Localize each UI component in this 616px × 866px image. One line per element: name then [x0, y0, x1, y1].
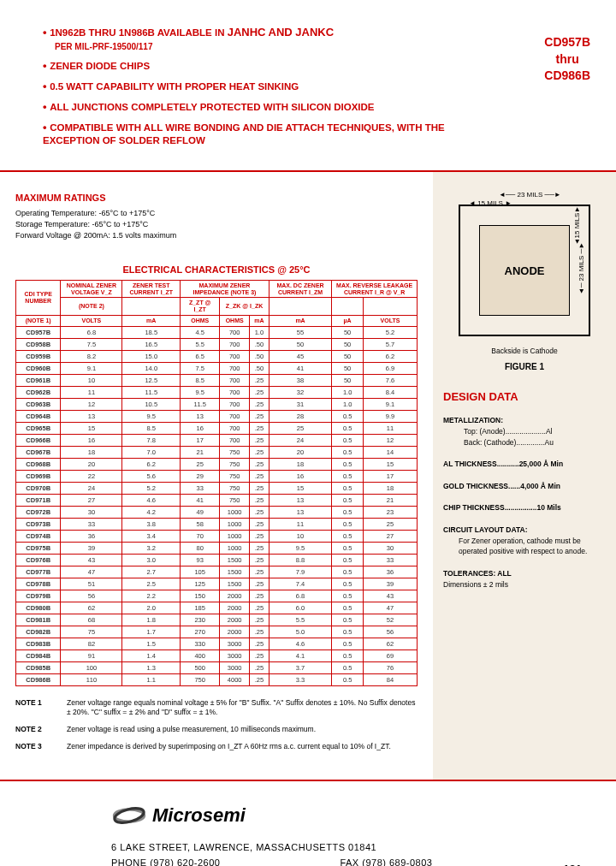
feature-2: ZENER DIODE CHIPS — [43, 59, 501, 74]
table-row: CD986B1101.17504000.253.30.584 — [16, 673, 418, 685]
product-title: CD957B thru CD986B — [518, 0, 616, 170]
electrical-header: ELECTRICAL CHARACTERISTICS @ 25°C — [15, 264, 418, 275]
table-row: CD971B274.641750.25130.521 — [16, 494, 418, 506]
table-row: CD975B393.2801000.259.50.530 — [16, 542, 418, 554]
table-row: CD980B622.01852000.256.00.547 — [16, 602, 418, 614]
mid-section: MAXIMUM RATINGS Operating Temperature: -… — [0, 172, 616, 781]
table-row: CD982B751.72702000.255.00.556 — [16, 626, 418, 638]
table-row: CD985B1001.35003000.253.70.576 — [16, 661, 418, 673]
table-row: CD959B8.215.06.5700.5045506.2 — [16, 350, 418, 362]
table-row: CD957B6.818.54.57001.055505.2 — [16, 326, 418, 338]
table-row: CD973B333.8581000.25110.525 — [16, 518, 418, 530]
right-sidebar: ◄── 23 MILS ──► ◄ 15 MILS ► ◄─ 23 MILS ─… — [433, 172, 616, 780]
footer: Microsemi 6 LAKE STREET, LAWRENCE, MASSA… — [0, 781, 616, 866]
feature-3: 0.5 WATT CAPABILITY WITH PROPER HEAT SIN… — [43, 80, 501, 94]
feature-1: 1N962B THRU 1N986B AVAILABLE IN JANHC AN… — [43, 26, 501, 53]
microsemi-icon — [111, 802, 147, 829]
table-row: CD964B139.513700.25280.59.9 — [16, 410, 418, 422]
table-row: CD960B9.114.07.5700.5041506.9 — [16, 362, 418, 374]
table-row: CD984B911.44003000.254.10.569 — [16, 650, 418, 661]
logo: Microsemi — [111, 800, 582, 830]
table-row: CD974B363.4701000.25100.527 — [16, 530, 418, 542]
title-to: CD986B — [544, 68, 590, 85]
table-row: CD977B472.71051500.257.90.536 — [16, 566, 418, 578]
svg-point-0 — [114, 810, 144, 822]
characteristics-table: CDI TYPE NUMBER NOMINAL ZENER VOLTAGE V_… — [15, 280, 418, 685]
table-row: CD970B245.233750.25150.518 — [16, 482, 418, 494]
table-row: CD966B167.817700.25240.512 — [16, 434, 418, 446]
table-row: CD979B562.21502000.256.80.543 — [16, 590, 418, 602]
design-header: DESIGN DATA — [443, 390, 606, 403]
left-column: MAXIMUM RATINGS Operating Temperature: -… — [0, 172, 433, 780]
max-ratings-header: MAXIMUM RATINGS — [15, 193, 418, 203]
feature-5: COMPATIBLE WITH ALL WIRE BONDING AND DIE… — [43, 121, 501, 148]
table-row: CD981B681.82302000.255.50.552 — [16, 614, 418, 626]
table-row: CD965B158.516700.25250.511 — [16, 422, 418, 434]
top-section: 1N962B THRU 1N986B AVAILABLE IN JANHC AN… — [0, 0, 616, 172]
table-row: CD961B1012.58.5700.2538507.6 — [16, 374, 418, 386]
table-row: CD962B1111.59.5700.25321.08.4 — [16, 386, 418, 398]
table-row: CD978B512.51251500.257.40.539 — [16, 578, 418, 590]
ratings-text: Operating Temperature: -65°C to +175°C S… — [15, 208, 418, 240]
svg-point-1 — [113, 805, 145, 825]
figure-label: FIGURE 1 — [443, 362, 606, 371]
table-row: CD972B304.2491000.25130.523 — [16, 506, 418, 518]
page-number: 181 — [563, 861, 582, 866]
table-row: CD968B206.225750.25180.515 — [16, 458, 418, 470]
table-row: CD983B821.53303000.254.60.562 — [16, 638, 418, 650]
anode-label: ANODE — [505, 264, 545, 277]
table-row: CD963B1210.511.5700.25311.09.1 — [16, 398, 418, 410]
table-row: CD969B225.629750.25160.517 — [16, 470, 418, 482]
address: 6 LAKE STREET, LAWRENCE, MASSACHUSETTS 0… — [111, 840, 582, 856]
chip-diagram: ◄── 23 MILS ──► ◄ 15 MILS ► ◄─ 23 MILS ─… — [459, 205, 590, 336]
title-from: CD957B — [544, 34, 590, 51]
backside-note: Backside is Cathode — [443, 347, 606, 355]
feature-4: ALL JUNCTIONS COMPLETELY PROTECTED WITH … — [43, 100, 501, 115]
table-row: CD976B433.0931500.258.80.533 — [16, 554, 418, 566]
fax: FAX (978) 689-0803 — [340, 857, 432, 866]
phone: PHONE (978) 620-2600 — [111, 857, 220, 866]
table-row: CD958B7.516.55.5700.5050505.7 — [16, 338, 418, 350]
title-thru: thru — [544, 51, 590, 68]
notes-section: NOTE 1Zener voltage range equals nominal… — [15, 698, 418, 753]
features-list: 1N962B THRU 1N986B AVAILABLE IN JANHC AN… — [0, 0, 518, 170]
brand-text: Microsemi — [152, 800, 246, 830]
design-data: METALLIZATION: Top: (Anode).............… — [443, 415, 606, 590]
table-row: CD967B187.021750.25200.514 — [16, 446, 418, 458]
